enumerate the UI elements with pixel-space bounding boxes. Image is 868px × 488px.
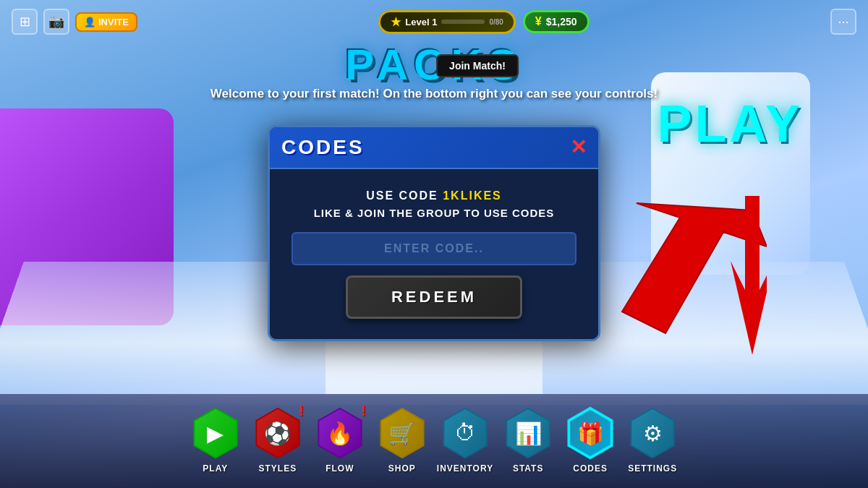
promo-line2: LIKE & JOIN THE GROUP TO USE CODES (314, 205, 555, 222)
promo-line2-part2: THE GROUP TO USE CODES (386, 207, 554, 219)
modal-header: CODES ✕ (270, 127, 598, 169)
code-promo: USE CODE 1KLIKES LIKE & JOIN THE GROUP T… (314, 187, 555, 223)
promo-line2-part1: LIKE & JOIN (314, 207, 386, 219)
promo-line1: USE CODE 1KLIKES (314, 187, 555, 205)
modal-title: CODES (281, 136, 365, 159)
codes-modal: CODES ✕ USE CODE 1KLIKES LIKE & JOIN THE… (268, 125, 600, 342)
promo-line1-text: USE CODE (366, 189, 443, 202)
code-input[interactable] (292, 232, 576, 265)
modal-close-button[interactable]: ✕ (570, 137, 587, 158)
modal-overlay: CODES ✕ USE CODE 1KLIKES LIKE & JOIN THE… (0, 0, 868, 488)
modal-body: USE CODE 1KLIKES LIKE & JOIN THE GROUP T… (270, 169, 598, 340)
redeem-button[interactable]: REDEEM (346, 275, 522, 319)
promo-code: 1KLIKES (443, 189, 502, 202)
